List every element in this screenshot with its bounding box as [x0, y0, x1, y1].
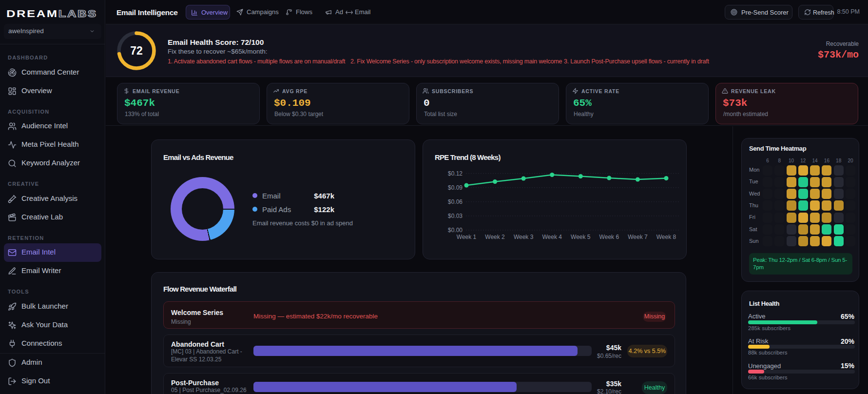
svg-text:Week 2: Week 2: [485, 234, 505, 240]
svg-text:Week 1: Week 1: [457, 234, 477, 240]
svg-text:Week 6: Week 6: [599, 234, 619, 240]
svg-text:Week 3: Week 3: [514, 234, 534, 240]
svg-text:Week 8: Week 8: [656, 234, 676, 240]
svg-text:Week 5: Week 5: [571, 234, 591, 240]
svg-text:$0.12: $0.12: [448, 170, 463, 177]
svg-text:$0.09: $0.09: [448, 184, 463, 191]
svg-text:$0.03: $0.03: [448, 213, 463, 219]
svg-text:Week 4: Week 4: [542, 234, 562, 240]
svg-text:$0.00: $0.00: [448, 227, 463, 234]
svg-text:$0.06: $0.06: [448, 198, 463, 205]
svg-text:Week 7: Week 7: [628, 234, 648, 240]
